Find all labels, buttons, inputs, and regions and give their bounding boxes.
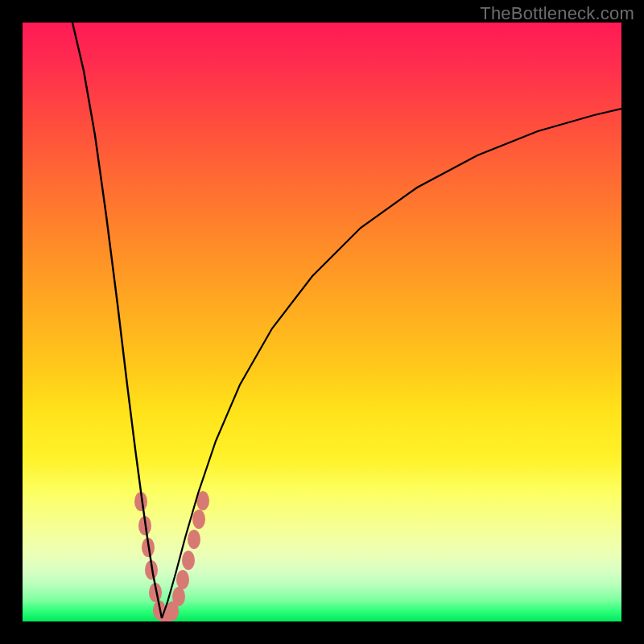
data-dot [188,530,200,549]
data-dot [172,587,185,606]
data-dot [182,551,195,570]
data-dot [176,570,189,589]
chart-frame: TheBottleneck.com [0,0,644,644]
watermark-text: TheBottleneck.com [480,3,634,24]
data-dots [134,491,209,621]
curve-layer [23,23,621,621]
data-dot [192,510,205,529]
plot-area [23,23,621,621]
right-curve [162,109,621,618]
